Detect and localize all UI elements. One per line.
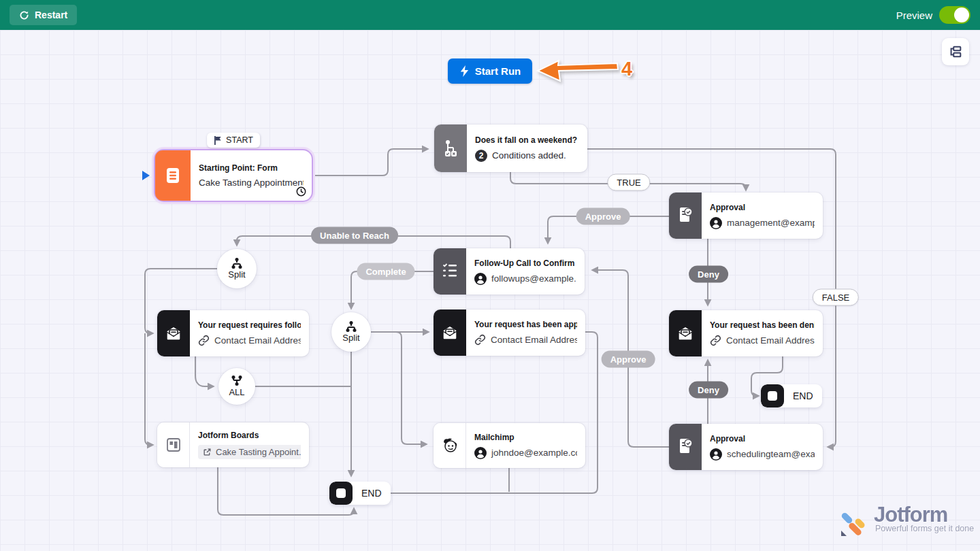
flowchart-icon — [948, 44, 963, 59]
restart-button[interactable]: Restart — [10, 5, 77, 25]
restart-label: Restart — [35, 10, 67, 20]
top-bar: Restart Preview — [0, 0, 980, 30]
flow-view-button[interactable] — [942, 38, 969, 65]
annotation-step-number: 4 — [621, 58, 632, 80]
annotation-arrow — [0, 0, 980, 551]
toggle-knob — [954, 7, 969, 22]
preview-toggle[interactable] — [939, 6, 970, 24]
restart-icon — [19, 10, 29, 20]
preview-label: Preview — [896, 10, 932, 21]
